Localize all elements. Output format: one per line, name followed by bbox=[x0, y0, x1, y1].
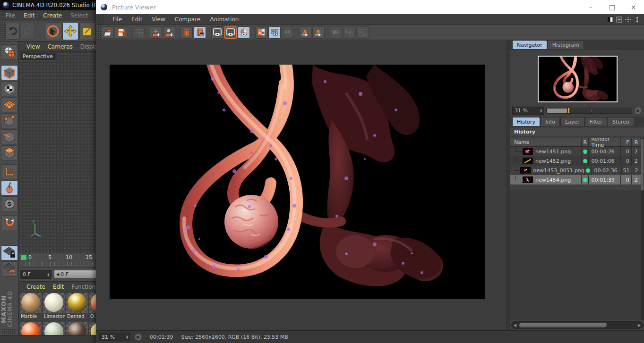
material-8[interactable] bbox=[89, 322, 96, 335]
model-mode-button[interactable] bbox=[1, 65, 18, 80]
column-name[interactable]: Name bbox=[510, 138, 582, 146]
toolbar-grip[interactable] bbox=[0, 21, 5, 41]
enable-axis-button[interactable] bbox=[1, 164, 18, 179]
frame-number-field[interactable]: 0 F ▲▼ bbox=[20, 270, 52, 279]
status-play-button[interactable]: ▶ bbox=[134, 333, 142, 341]
viewport-solo-button[interactable] bbox=[1, 180, 18, 195]
material-4[interactable]: O bbox=[89, 293, 96, 320]
material-7[interactable] bbox=[66, 322, 88, 335]
tab-history[interactable]: History bbox=[512, 117, 540, 126]
texture-mode-button[interactable] bbox=[1, 81, 18, 96]
frame-spinner-icon[interactable]: ▲▼ bbox=[47, 273, 49, 276]
snap-button[interactable]: S bbox=[1, 196, 18, 211]
pv-menu-view[interactable]: View bbox=[151, 16, 166, 23]
history-horizontal-scrollbar[interactable]: ◀ ▶ bbox=[511, 321, 643, 329]
ab-vertical-button[interactable]: AB bbox=[255, 26, 267, 39]
slider-left-icon[interactable]: ◀ bbox=[56, 272, 59, 276]
pv-toolbar-grip[interactable] bbox=[96, 25, 101, 40]
history-row-new1452[interactable]: new1452.png 00:01:06 0 2 bbox=[510, 156, 641, 166]
navigator-thumbnail[interactable] bbox=[538, 56, 618, 102]
scroll-right-icon[interactable]: ▶ bbox=[636, 323, 643, 327]
panel-dock-icon[interactable] bbox=[634, 17, 640, 23]
column-r2[interactable]: R bbox=[632, 138, 641, 146]
polygons-mode-button[interactable] bbox=[1, 145, 18, 160]
tab-layer[interactable]: Layer bbox=[560, 117, 584, 126]
scroll-left-icon[interactable]: ◀ bbox=[512, 323, 518, 327]
maximize-button[interactable]: □ bbox=[601, 0, 623, 14]
layer-manager-button[interactable] bbox=[194, 26, 206, 39]
view-image-b-button[interactable] bbox=[224, 26, 237, 39]
pv-title-bar[interactable]: Picture Viewer – □ × bbox=[96, 0, 644, 14]
panel-splitter[interactable] bbox=[507, 40, 510, 330]
magnet-tool-button[interactable] bbox=[1, 215, 18, 230]
set-as-b-button[interactable]: B bbox=[312, 26, 325, 39]
menu-create[interactable]: Create bbox=[42, 12, 63, 19]
tab-histogram[interactable]: Histogram bbox=[548, 40, 584, 49]
view-image-a-button[interactable] bbox=[211, 26, 223, 39]
align-workplane-button[interactable] bbox=[1, 261, 18, 276]
material-limestone[interactable]: Limeston bbox=[43, 293, 65, 320]
points-mode-button[interactable] bbox=[1, 113, 18, 128]
link-ab-button[interactable]: AB bbox=[343, 26, 355, 39]
lock-workplane-button[interactable] bbox=[1, 245, 18, 260]
cache-animation-button[interactable] bbox=[150, 26, 162, 39]
panel-split-icon[interactable] bbox=[607, 17, 613, 23]
close-button[interactable]: × bbox=[623, 0, 644, 14]
open-button[interactable] bbox=[102, 26, 114, 39]
minimize-button[interactable]: – bbox=[580, 0, 601, 14]
column-render-time[interactable]: Render Time bbox=[589, 138, 620, 146]
tab-stereo[interactable]: Stereo bbox=[608, 117, 634, 126]
history-row-new1454-selected[interactable]: new1454.png 00:01:39 0 2 bbox=[510, 175, 641, 184]
pv-menu-grip[interactable] bbox=[97, 14, 104, 25]
undo-button[interactable] bbox=[5, 23, 19, 40]
viewport-menu-cameras[interactable]: Cameras bbox=[46, 43, 73, 50]
pv-menu-animation[interactable]: Animation bbox=[209, 16, 240, 23]
viewport-label[interactable]: Perspective bbox=[20, 53, 56, 60]
timeline-playhead[interactable] bbox=[21, 254, 27, 260]
perspective-viewport[interactable]: Perspective Y bbox=[19, 52, 96, 253]
reset-ab-button[interactable]: AB 12 bbox=[356, 26, 369, 39]
material-menu-function[interactable]: Function bbox=[70, 284, 96, 290]
menu-edit[interactable]: Edit bbox=[23, 12, 35, 19]
rendered-image[interactable] bbox=[110, 65, 485, 299]
tab-filter[interactable]: Filter bbox=[585, 117, 607, 126]
vertical-scroll-thumb[interactable] bbox=[641, 139, 644, 191]
edges-mode-button[interactable] bbox=[1, 129, 18, 144]
history-row-new1453[interactable]: new1453_0051.png 00:02:36 51 2 bbox=[510, 166, 641, 175]
material-marble[interactable]: Marble bbox=[20, 293, 42, 320]
tab-navigator[interactable]: Navigator bbox=[512, 40, 547, 49]
timeline-ruler[interactable]: 0 5 10 15 bbox=[19, 253, 96, 268]
panel-add-icon[interactable] bbox=[616, 17, 622, 23]
view-compare-button[interactable] bbox=[238, 26, 250, 39]
menu-select[interactable]: Select bbox=[69, 12, 89, 19]
material-menu-edit[interactable]: Edit bbox=[52, 284, 65, 290]
viewport-menu-view[interactable]: View bbox=[26, 43, 41, 50]
zoom-play-button[interactable]: ▶ bbox=[634, 107, 642, 115]
zoom-slider-marker[interactable] bbox=[568, 108, 569, 113]
live-selection-button[interactable] bbox=[45, 22, 61, 40]
material-5[interactable] bbox=[20, 322, 42, 335]
status-zoom-spinner-icon[interactable]: ▲▼ bbox=[126, 335, 128, 339]
ab-wipe-button[interactable]: AB bbox=[282, 26, 294, 39]
tab-info[interactable]: Info bbox=[541, 117, 560, 126]
history-vertical-scrollbar[interactable] bbox=[641, 138, 644, 320]
material-menu-create[interactable]: Create bbox=[26, 284, 46, 290]
move-tool-button[interactable] bbox=[62, 22, 78, 40]
ab-compare-button[interactable]: AB bbox=[268, 26, 281, 39]
scale-tool-button[interactable] bbox=[79, 22, 95, 40]
material-6[interactable] bbox=[43, 322, 65, 335]
redo-button[interactable] bbox=[21, 23, 35, 40]
zoom-level-field[interactable]: 31 % ▲▼ bbox=[512, 107, 544, 115]
pv-menu-compare[interactable]: Compare bbox=[174, 16, 201, 23]
cache-image-button[interactable] bbox=[163, 26, 175, 39]
swap-ab-button[interactable]: AB bbox=[330, 26, 342, 39]
pv-menu-edit[interactable]: Edit bbox=[130, 16, 143, 23]
image-canvas-area[interactable] bbox=[96, 40, 507, 330]
palette-grip[interactable] bbox=[2, 328, 16, 334]
pv-menu-file[interactable]: File bbox=[112, 16, 123, 23]
material-dented[interactable]: Dented bbox=[66, 293, 88, 320]
frames-range-button[interactable]: 12 bbox=[132, 26, 145, 39]
horizontal-scroll-thumb[interactable] bbox=[519, 323, 607, 327]
column-f[interactable]: F bbox=[621, 138, 632, 146]
delete-button[interactable] bbox=[180, 26, 193, 39]
